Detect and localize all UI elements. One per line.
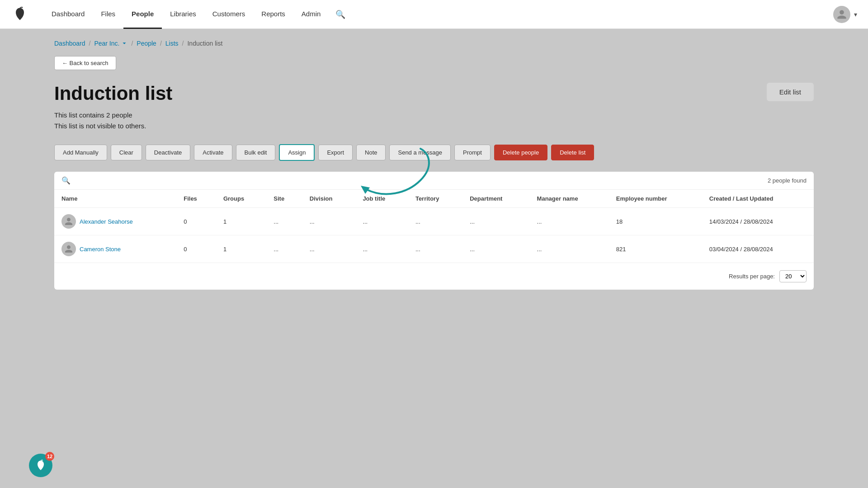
- row-division: ...: [302, 208, 356, 235]
- action-bar: Add Manually Clear Deactivate Activate B…: [54, 144, 814, 161]
- row-employee-number: 821: [609, 235, 702, 263]
- breadcrumb-sep-2: /: [131, 40, 133, 47]
- table-row: Cameron Stone 0 1 ... ... ... ... ... ..…: [54, 235, 814, 263]
- row-manager-name: ...: [530, 235, 609, 263]
- breadcrumb-current: Induction list: [187, 40, 222, 47]
- deactivate-button[interactable]: Deactivate: [146, 145, 190, 160]
- row-territory: ...: [408, 235, 462, 263]
- page-title: Induction list: [54, 83, 172, 104]
- table-body: Alexander Seahorse 0 1 ... ... ... ... .…: [54, 208, 814, 263]
- edit-list-button[interactable]: Edit list: [767, 83, 814, 101]
- nav-admin[interactable]: Admin: [293, 0, 329, 29]
- notification-badge[interactable]: [29, 454, 52, 477]
- delete-people-button[interactable]: Delete people: [494, 145, 547, 160]
- results-per-page-select[interactable]: 20 50 100: [779, 270, 807, 282]
- search-input[interactable]: [74, 177, 255, 184]
- search-input-wrapper: 🔍: [61, 176, 768, 185]
- nav-customers[interactable]: Customers: [204, 0, 254, 29]
- pagination-row: Results per page: 20 50 100: [54, 263, 814, 290]
- note-button[interactable]: Note: [356, 145, 386, 160]
- subtitle-line1: This list contains 2 people: [54, 110, 172, 121]
- activate-button[interactable]: Activate: [194, 145, 232, 160]
- avatar: [61, 214, 76, 229]
- row-groups: 1: [216, 235, 266, 263]
- nav-files[interactable]: Files: [93, 0, 123, 29]
- col-department: Department: [462, 190, 529, 208]
- nav-right: ▾: [833, 6, 857, 23]
- row-division: ...: [302, 235, 356, 263]
- delete-list-button[interactable]: Delete list: [551, 145, 594, 160]
- col-division: Division: [302, 190, 356, 208]
- people-table: Name Files Groups Site Division Job titl…: [54, 190, 814, 263]
- assign-button[interactable]: Assign: [279, 144, 315, 161]
- row-job-title: ...: [355, 208, 408, 235]
- nav-links: Dashboard Files People Libraries Custome…: [43, 0, 833, 29]
- table-search-bar: 🔍 2 people found: [54, 172, 814, 190]
- nav-reports[interactable]: Reports: [253, 0, 293, 29]
- page-header: Induction list This list contains 2 peop…: [54, 83, 814, 131]
- nav-people[interactable]: People: [123, 0, 162, 29]
- col-files: Files: [176, 190, 216, 208]
- avatar: [61, 242, 76, 256]
- table-row: Alexander Seahorse 0 1 ... ... ... ... .…: [54, 208, 814, 235]
- table-section: 🔍 2 people found Name Files Groups Site …: [54, 172, 814, 290]
- breadcrumb-sep-3: /: [160, 40, 162, 47]
- row-job-title: ...: [355, 235, 408, 263]
- bulk-edit-button[interactable]: Bulk edit: [236, 145, 276, 160]
- person-name-link[interactable]: Alexander Seahorse: [80, 218, 133, 225]
- col-name: Name: [54, 190, 176, 208]
- main-content: Dashboard / Pear Inc. / People / Lists /…: [0, 29, 868, 300]
- col-groups: Groups: [216, 190, 266, 208]
- breadcrumb-org[interactable]: Pear Inc.: [94, 40, 127, 47]
- prompt-button[interactable]: Prompt: [454, 145, 491, 160]
- col-territory: Territory: [408, 190, 462, 208]
- breadcrumb-dashboard[interactable]: Dashboard: [54, 40, 85, 47]
- col-employee-number: Employee number: [609, 190, 702, 208]
- breadcrumb-people[interactable]: People: [137, 40, 156, 47]
- row-name-cell: Cameron Stone: [54, 235, 176, 263]
- chevron-down-icon[interactable]: ▾: [854, 11, 857, 18]
- row-name-cell: Alexander Seahorse: [54, 208, 176, 235]
- row-created-updated: 14/03/2024 / 28/08/2024: [702, 208, 814, 235]
- col-job-title: Job title: [355, 190, 408, 208]
- back-to-search-button[interactable]: ← Back to search: [54, 56, 116, 70]
- add-manually-button[interactable]: Add Manually: [54, 145, 107, 160]
- page-title-section: Induction list This list contains 2 peop…: [54, 83, 172, 131]
- breadcrumb-sep-4: /: [182, 40, 184, 47]
- nav-dashboard[interactable]: Dashboard: [43, 0, 93, 29]
- page-subtitle: This list contains 2 people This list is…: [54, 110, 172, 131]
- results-per-page-label: Results per page:: [729, 273, 775, 280]
- avatar[interactable]: [833, 6, 850, 23]
- row-manager-name: ...: [530, 208, 609, 235]
- row-files: 0: [176, 235, 216, 263]
- breadcrumb-sep-1: /: [89, 40, 91, 47]
- col-site: Site: [266, 190, 302, 208]
- app-logo[interactable]: [11, 5, 29, 23]
- row-files: 0: [176, 208, 216, 235]
- nav-libraries[interactable]: Libraries: [162, 0, 204, 29]
- breadcrumb: Dashboard / Pear Inc. / People / Lists /…: [54, 40, 814, 47]
- send-message-button[interactable]: Send a message: [389, 145, 451, 160]
- row-employee-number: 18: [609, 208, 702, 235]
- people-found-label: 2 people found: [768, 177, 807, 184]
- navbar: Dashboard Files People Libraries Custome…: [0, 0, 868, 29]
- col-created-updated: Created / Last Updated: [702, 190, 814, 208]
- row-site: ...: [266, 235, 302, 263]
- export-button[interactable]: Export: [318, 145, 353, 160]
- clear-button[interactable]: Clear: [111, 145, 142, 160]
- row-groups: 1: [216, 208, 266, 235]
- search-icon[interactable]: 🔍: [332, 6, 349, 23]
- subtitle-line2: This list is not visible to others.: [54, 121, 172, 131]
- row-department: ...: [462, 208, 529, 235]
- row-site: ...: [266, 208, 302, 235]
- breadcrumb-lists[interactable]: Lists: [165, 40, 179, 47]
- row-department: ...: [462, 235, 529, 263]
- person-name-link[interactable]: Cameron Stone: [80, 246, 121, 253]
- col-manager-name: Manager name: [530, 190, 609, 208]
- row-territory: ...: [408, 208, 462, 235]
- row-created-updated: 03/04/2024 / 28/08/2024: [702, 235, 814, 263]
- table-header: Name Files Groups Site Division Job titl…: [54, 190, 814, 208]
- search-icon: 🔍: [61, 176, 71, 185]
